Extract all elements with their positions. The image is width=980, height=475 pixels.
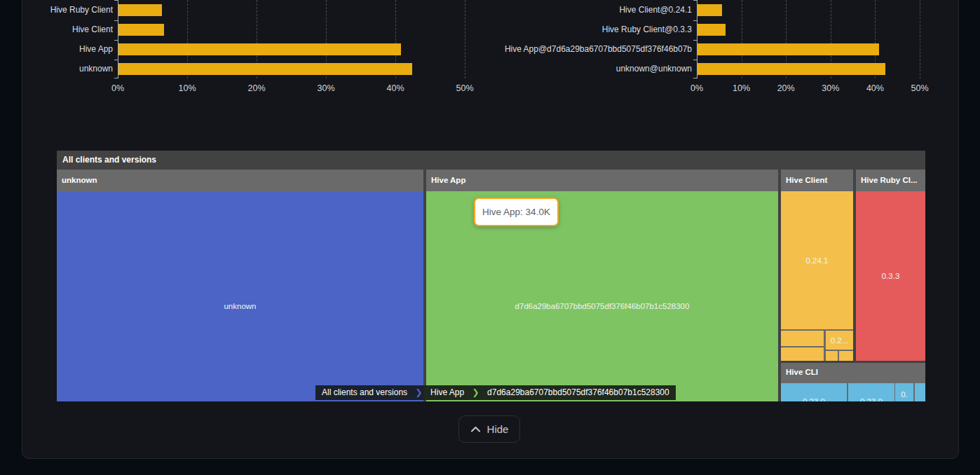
dashboard: Hive Ruby ClientHive ClientHive Appunkno… [0, 0, 980, 475]
bar[interactable] [118, 43, 401, 55]
axis-tick [693, 0, 697, 1]
axis-tick [114, 60, 118, 60]
hide-button-label: Hide [487, 423, 509, 435]
treemap-section-header[interactable]: Hive App [426, 170, 778, 191]
treemap-section-hive-client: Hive Client0.24.10.2... [781, 170, 853, 361]
axis-tick-label: 30% [810, 83, 852, 93]
axis-tick [693, 60, 697, 60]
breadcrumb-chevron-icon[interactable]: ❯ [470, 385, 481, 400]
axis-tick-label: 30% [305, 83, 347, 93]
bar[interactable] [118, 4, 162, 16]
bar[interactable] [697, 63, 885, 75]
axis-tick-label: 40% [374, 83, 416, 93]
category-label: unknown [0, 63, 113, 75]
treemap-breadcrumb: All clients and versions❯Hive App❯d7d6a2… [315, 385, 676, 400]
chevron-up-icon [470, 426, 481, 432]
bar[interactable] [118, 63, 412, 75]
treemap-title: All clients and versions [62, 151, 156, 170]
axis-tick-label: 50% [444, 83, 486, 93]
treemap-section-unknown: unknownunknown [57, 170, 423, 401]
treemap-cell[interactable]: 0.23.0 [848, 383, 894, 401]
treemap-section-header[interactable]: Hive Client [781, 170, 853, 191]
axis-tick-label: 10% [166, 83, 208, 93]
axis-tick-label: 20% [236, 83, 278, 93]
tooltip-text: Hive App: 34.0K [482, 207, 550, 217]
axis-tick-label: 50% [899, 83, 941, 93]
axis-tick [114, 40, 118, 41]
treemap-cell[interactable] [826, 351, 838, 361]
bar[interactable] [697, 4, 722, 16]
breadcrumb-item[interactable]: All clients and versions [315, 385, 414, 400]
category-label: unknown@unknown [411, 63, 692, 75]
category-label: Hive Ruby Client [0, 4, 113, 16]
axis-tick-label: 40% [854, 83, 896, 93]
treemap-cell[interactable]: 0.24.1 [781, 191, 853, 329]
axis-tick-label: 0% [97, 83, 139, 93]
clients-versions-treemap: All clients and versionsunknownunknownHi… [57, 151, 925, 401]
treemap-section-header[interactable]: Hive CLI [781, 363, 925, 382]
axis-tick [114, 20, 118, 21]
axis-tick-label: 20% [765, 83, 807, 93]
hide-button[interactable]: Hide [458, 415, 520, 443]
bar[interactable] [697, 43, 879, 55]
axis-tick [114, 0, 118, 1]
treemap-section-header[interactable]: Hive Ruby Cl... [856, 170, 925, 191]
breadcrumb-item[interactable]: d7d6a29ba6707bbd5075df376f46b07b1c528300 [481, 385, 676, 400]
treemap-cell[interactable]: unknown [57, 191, 423, 401]
treemap-section-header[interactable]: unknown [57, 170, 423, 191]
treemap-cell[interactable] [915, 383, 925, 401]
bar[interactable] [697, 24, 726, 36]
treemap-section-hive-cli: Hive CLI0.23.00.23.00. [781, 363, 925, 401]
treemap-cell[interactable]: 0.23.0 [781, 383, 847, 401]
axis-tick [693, 20, 697, 21]
treemap-section-hive-ruby-cl: Hive Ruby Cl...0.3.3 [856, 170, 925, 361]
breadcrumb-item[interactable]: Hive App [424, 385, 470, 400]
axis-tick [693, 40, 697, 41]
category-label: Hive App@d7d6a29ba6707bbd5075df376f46b07… [411, 43, 692, 55]
category-label: Hive Client [0, 24, 113, 36]
axis-tick [114, 78, 118, 78]
axis-tick-label: 0% [676, 83, 718, 93]
grid-line [920, 0, 920, 78]
bar[interactable] [118, 24, 164, 36]
axis-tick-label: 10% [721, 83, 763, 93]
category-label: Hive Ruby Client@0.3.3 [411, 24, 692, 36]
treemap-cell[interactable]: 0.3.3 [856, 191, 925, 361]
axis-tick [693, 78, 697, 78]
treemap-cell[interactable]: 0.2... [826, 331, 853, 350]
category-label: Hive App [0, 43, 113, 55]
breadcrumb-chevron-icon[interactable]: ❯ [414, 385, 424, 400]
treemap-cell[interactable] [781, 331, 824, 346]
category-label: Hive Client@0.24.1 [411, 4, 692, 16]
tooltip: Hive App: 34.0K [474, 198, 559, 226]
treemap-cell[interactable] [781, 347, 824, 361]
treemap-cell[interactable] [839, 351, 853, 361]
treemap-cell[interactable]: 0. [895, 383, 913, 401]
